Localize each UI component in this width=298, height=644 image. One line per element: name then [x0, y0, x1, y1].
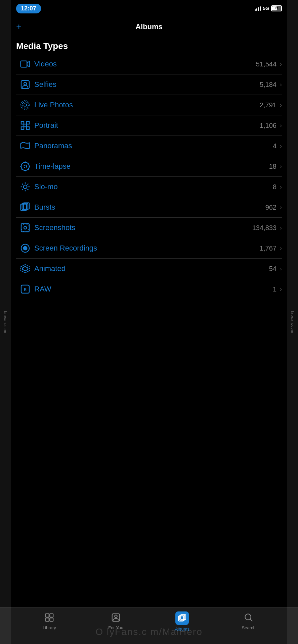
search-tab-icon: [243, 611, 255, 624]
svg-text:R: R: [24, 287, 27, 291]
signal-bar-1: [255, 9, 256, 11]
signal-bars: [255, 6, 261, 11]
svg-point-8: [21, 162, 29, 170]
live-photos-icon: [16, 100, 34, 110]
list-item[interactable]: Time-lapse 18 ›: [16, 156, 282, 177]
svg-line-14: [28, 169, 29, 170]
watermark-left: fapsan.com: [0, 0, 11, 644]
watermark-right-text: fapsan.com: [291, 311, 295, 333]
svg-marker-1: [27, 61, 30, 67]
watermark-left-text: fapsan.com: [3, 311, 7, 333]
section-header: Media Types: [16, 37, 282, 54]
chevron-icon: ›: [280, 122, 282, 129]
item-label: Bursts: [34, 203, 265, 212]
for-you-tab-icon: [110, 611, 122, 624]
item-label: Panoramas: [34, 142, 273, 150]
chevron-icon: ›: [280, 183, 282, 191]
bottom-watermark: O lyFans.c m/MaiHero: [16, 627, 282, 637]
media-type-list: Videos 51,544 › Selfies 5,184 ›: [16, 54, 282, 299]
svg-point-47: [245, 614, 251, 620]
watermark-right: fapsan.com: [287, 0, 298, 644]
list-item[interactable]: R RAW 1 ›: [16, 279, 282, 299]
svg-marker-35: [23, 266, 28, 271]
item-label: Selfies: [34, 80, 260, 89]
chevron-icon: ›: [280, 245, 282, 252]
svg-rect-0: [21, 61, 27, 67]
svg-point-31: [24, 226, 27, 229]
list-item[interactable]: Selfies 5,184 ›: [16, 74, 282, 95]
list-item[interactable]: Slo-mo 8 ›: [16, 177, 282, 197]
library-tab-icon: [43, 611, 55, 624]
chevron-icon: ›: [280, 143, 282, 150]
svg-rect-39: [50, 614, 53, 617]
add-button[interactable]: +: [16, 21, 22, 32]
item-count: 1,106: [260, 122, 276, 129]
svg-point-3: [24, 82, 27, 85]
svg-line-23: [22, 189, 23, 190]
screenrec-icon: [16, 243, 34, 254]
battery-indicator: [271, 5, 282, 11]
chevron-icon: ›: [280, 204, 282, 211]
video-icon: [16, 59, 34, 69]
svg-line-25: [22, 184, 23, 185]
list-item[interactable]: Live Photos 2,791 ›: [16, 95, 282, 115]
svg-marker-34: [21, 265, 30, 273]
svg-line-13: [22, 163, 23, 164]
albums-tab-icon: [175, 611, 189, 625]
svg-point-4: [24, 104, 27, 106]
list-item[interactable]: Panoramas 4 ›: [16, 136, 282, 156]
svg-line-48: [250, 619, 252, 621]
battery-fill: [272, 6, 277, 10]
status-time: 12:07: [16, 4, 41, 13]
signal-bar-4: [260, 6, 261, 11]
list-item[interactable]: Screen Recordings 1,767 ›: [16, 238, 282, 259]
list-item[interactable]: Videos 51,544 ›: [16, 54, 282, 74]
svg-rect-41: [50, 618, 53, 621]
list-item[interactable]: Portrait 1,106 ›: [16, 115, 282, 136]
chevron-icon: ›: [280, 224, 282, 231]
svg-point-26: [24, 185, 27, 189]
item-count: 8: [273, 183, 276, 191]
item-count: 1,767: [260, 245, 276, 252]
chevron-icon: ›: [280, 265, 282, 272]
network-label: 5G: [263, 6, 269, 11]
item-label: RAW: [34, 285, 273, 293]
item-count: 51,544: [256, 60, 276, 68]
svg-line-16: [22, 169, 23, 170]
svg-point-33: [24, 247, 27, 250]
list-item[interactable]: Screenshots 134,833 ›: [16, 218, 282, 238]
slomo-icon: [16, 181, 34, 192]
chevron-icon: ›: [280, 163, 282, 170]
svg-line-19: [28, 184, 29, 185]
svg-rect-30: [21, 224, 29, 232]
item-label: Videos: [34, 60, 256, 68]
signal-bar-2: [256, 8, 257, 11]
status-right: 5G: [255, 5, 282, 11]
svg-point-43: [115, 615, 117, 618]
item-label: Screenshots: [34, 223, 252, 232]
item-label: Animated: [34, 264, 269, 273]
item-count: 4: [273, 142, 276, 150]
chevron-icon: ›: [280, 102, 282, 109]
selfie-icon: [16, 79, 34, 90]
item-count: 134,833: [252, 224, 276, 232]
svg-line-15: [28, 163, 29, 164]
main-content: Media Types Videos 51,544 ›: [0, 37, 298, 299]
item-count: 5,184: [260, 81, 276, 89]
list-item[interactable]: Bursts 962 ›: [16, 197, 282, 218]
status-bar: 12:07 5G: [0, 0, 298, 17]
signal-bar-3: [258, 7, 259, 11]
timelapse-icon: [16, 161, 34, 172]
item-count: 2,791: [260, 101, 276, 109]
item-count: 962: [265, 204, 276, 211]
raw-icon: R: [16, 284, 34, 294]
svg-point-17: [24, 165, 27, 168]
item-label: Live Photos: [34, 101, 260, 109]
panorama-icon: [16, 141, 34, 151]
item-label: Slo-mo: [34, 182, 273, 191]
list-item[interactable]: Animated 54 ›: [16, 259, 282, 279]
item-count: 1: [273, 285, 276, 293]
item-label: Screen Recordings: [34, 244, 260, 253]
item-count: 18: [269, 163, 276, 170]
portrait-icon: [16, 120, 34, 131]
